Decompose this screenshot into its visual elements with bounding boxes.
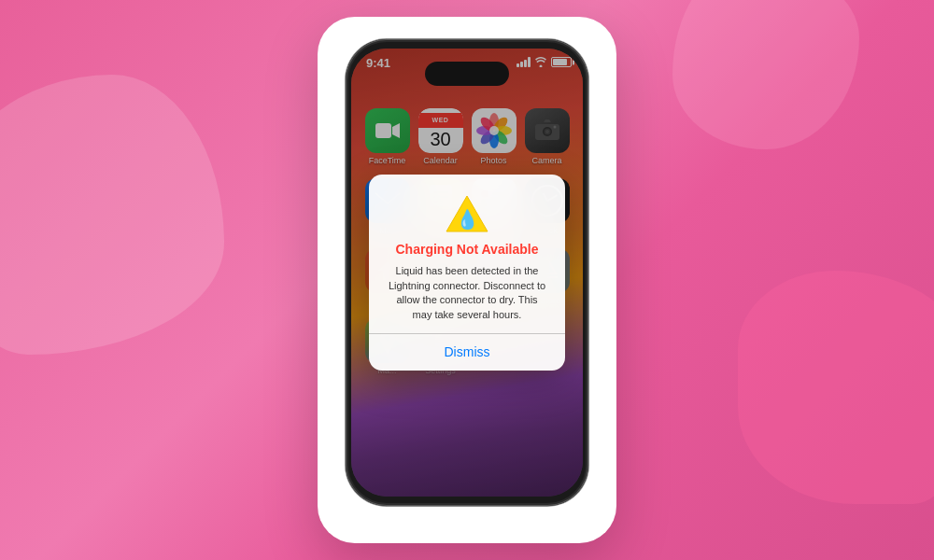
bg-blob-left <box>0 75 224 355</box>
iphone-screen: 9:41 <box>351 49 583 497</box>
dismiss-button[interactable]: Dismiss <box>386 333 548 371</box>
bg-blob-right <box>738 271 934 504</box>
phone-card: 9:41 <box>318 17 616 543</box>
alert-warning-icon: 💧 <box>444 193 490 234</box>
alert-overlay: 💧 Charging Not Available Liquid has been… <box>351 49 583 497</box>
alert-title: Charging Not Available <box>386 242 548 258</box>
iphone-frame: 9:41 <box>346 39 588 506</box>
bg-blob-top-right <box>672 0 859 149</box>
alert-message: Liquid has been detected in the Lightnin… <box>386 264 548 322</box>
alert-dialog: 💧 Charging Not Available Liquid has been… <box>369 175 565 371</box>
svg-text:💧: 💧 <box>456 208 479 231</box>
